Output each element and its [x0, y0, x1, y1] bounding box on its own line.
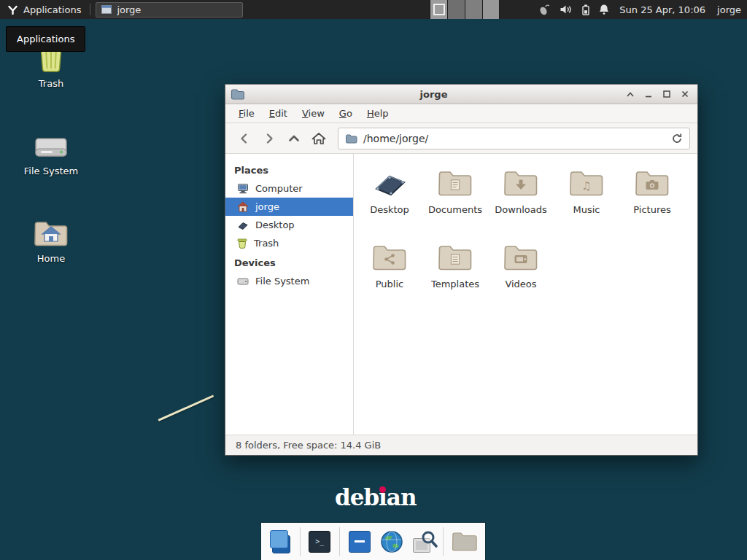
status-icons: [538, 4, 609, 15]
folder-videos-icon: [502, 241, 540, 273]
debian-wordmark: debian: [335, 484, 416, 510]
dock-separator: [300, 527, 301, 556]
file-templates[interactable]: Templates: [422, 236, 488, 310]
applications-label: Applications: [23, 4, 81, 15]
folder-music-icon: ♫: [568, 167, 605, 199]
minimize-button[interactable]: [641, 87, 656, 101]
menubar: File Edit View Go Help: [225, 104, 697, 123]
desktop-icon-label: Home: [16, 253, 86, 264]
username-label[interactable]: jorge: [717, 4, 741, 15]
mouse-icon[interactable]: [538, 4, 550, 15]
statusbar: 8 folders, Free space: 14.4 GiB: [225, 435, 697, 455]
file-pictures[interactable]: Pictures: [619, 161, 685, 236]
close-button[interactable]: [678, 87, 692, 101]
sidebar-item-label: File System: [255, 276, 309, 287]
sidebar-item-label: Computer: [255, 183, 303, 194]
thunar-folder-icon: [231, 88, 244, 100]
desktop-icon: [237, 220, 249, 230]
minimize-all-icon[interactable]: [348, 528, 371, 556]
maximize-button[interactable]: [659, 87, 674, 101]
battery-icon[interactable]: [582, 4, 589, 15]
window-title: jorge: [244, 89, 623, 100]
drive-icon: [16, 122, 86, 160]
taskbar-item-jorge[interactable]: jorge: [96, 2, 243, 18]
forward-icon: [263, 132, 276, 145]
applications-tooltip: Applications: [6, 26, 85, 52]
file-grid: Desktop Documents: [354, 154, 697, 435]
reload-icon[interactable]: [671, 133, 683, 144]
file-label: Pictures: [633, 204, 670, 215]
up-button[interactable]: [282, 128, 306, 149]
window-icon: [101, 5, 112, 14]
titlebar-buttons: [623, 87, 692, 101]
back-icon: [238, 132, 251, 145]
location-bar[interactable]: /home/jorge/: [338, 128, 690, 149]
system-tray: [430, 0, 500, 19]
file-manager-window: jorge File Edit View Go Help: [225, 84, 698, 456]
toolbar: /home/jorge/: [225, 123, 697, 154]
home-icon: [311, 132, 326, 145]
folder-documents-icon: [436, 167, 474, 199]
file-videos[interactable]: Videos: [488, 236, 554, 310]
file-manager-icon[interactable]: [268, 528, 292, 556]
titlebar[interactable]: jorge: [225, 85, 697, 104]
menu-file[interactable]: File: [231, 106, 262, 121]
shade-button[interactable]: [623, 87, 638, 101]
home-button[interactable]: [307, 128, 330, 149]
applications-menu-button[interactable]: Applications: [0, 0, 88, 19]
dock-separator: [443, 527, 444, 556]
sidebar-item-file-system[interactable]: File System: [225, 272, 353, 290]
web-browser-icon[interactable]: [379, 528, 404, 556]
file-music[interactable]: ♫ Music: [554, 161, 619, 236]
sidebar-item-label: jorge: [255, 201, 279, 212]
file-label: Desktop: [370, 204, 409, 215]
sidebar-item-trash[interactable]: Trash: [225, 234, 353, 252]
debian-red-dot: [379, 486, 386, 493]
menu-edit[interactable]: Edit: [262, 106, 295, 121]
file-label: Videos: [505, 279, 536, 289]
file-documents[interactable]: Documents: [422, 161, 488, 236]
panel-separator: [90, 4, 90, 15]
file-label: Music: [573, 204, 600, 215]
desktop-icon-label: File System: [16, 166, 86, 176]
music-note-glyph: ♫: [581, 180, 591, 191]
menu-view[interactable]: View: [295, 106, 332, 121]
window-body: Places Computer jorge: [225, 154, 697, 435]
folder-icon[interactable]: [452, 528, 478, 556]
sidebar-item-computer[interactable]: Computer: [225, 179, 353, 198]
pointer-trail: [158, 394, 214, 421]
desktop-surface-icon: [371, 167, 409, 199]
menu-help[interactable]: Help: [360, 106, 396, 121]
drive-icon: [237, 277, 249, 286]
screenshot-icon[interactable]: [412, 528, 436, 556]
file-downloads[interactable]: Downloads: [488, 161, 554, 236]
top-panel: Applications jorge S: [0, 0, 747, 19]
clock[interactable]: Sun 25 Apr, 10:06: [619, 4, 705, 15]
terminal-icon[interactable]: >_: [308, 528, 331, 556]
folder-downloads-icon: [502, 167, 540, 199]
back-button[interactable]: [233, 128, 256, 149]
tray-square-icon[interactable]: [465, 0, 482, 19]
menu-go[interactable]: Go: [332, 106, 360, 121]
sidebar-item-desktop[interactable]: Desktop: [225, 216, 353, 234]
desktop-root: { "colors": { "desktop_bg": "#123c4b", "…: [0, 0, 747, 560]
desktop-icon-home[interactable]: Home: [16, 210, 86, 264]
file-public[interactable]: Public: [357, 236, 422, 310]
file-desktop[interactable]: Desktop: [357, 161, 422, 236]
tray-square-icon[interactable]: [447, 0, 465, 19]
folder-public-icon: [371, 241, 409, 273]
sidebar-item-label: Trash: [254, 238, 279, 249]
sidebar-item-jorge[interactable]: jorge: [225, 198, 353, 216]
location-input[interactable]: /home/jorge/: [363, 133, 665, 144]
screenshot-frame-icon[interactable]: [430, 0, 447, 19]
forward-button[interactable]: [258, 128, 281, 149]
wordmark-text: debian: [335, 484, 416, 510]
tray-square-icon[interactable]: [482, 0, 500, 19]
tooltip-label: Applications: [17, 34, 74, 44]
volume-icon[interactable]: [560, 4, 573, 15]
notifications-icon[interactable]: [599, 4, 609, 15]
xfce-applications-icon: [7, 4, 18, 15]
places-header: Places: [225, 160, 353, 179]
file-label: Public: [376, 279, 403, 289]
desktop-icon-file-system[interactable]: File System: [16, 122, 86, 176]
